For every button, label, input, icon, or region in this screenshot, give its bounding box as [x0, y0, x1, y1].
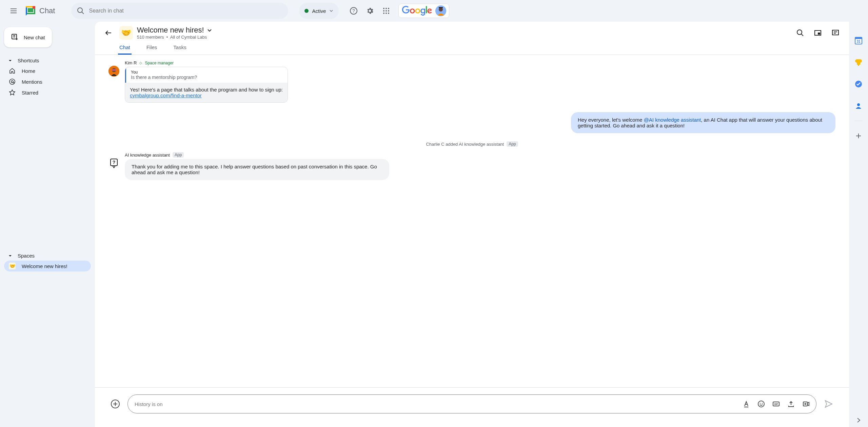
- spaces-header[interactable]: Spaces: [4, 251, 91, 261]
- svg-point-4: [383, 8, 384, 9]
- author-role: Space manager: [145, 61, 174, 65]
- hamburger-icon: [9, 7, 18, 15]
- emoji-button[interactable]: [755, 398, 767, 410]
- reply-text: Yes! Here's a page that talks about the …: [125, 83, 288, 102]
- star-icon: [9, 89, 16, 96]
- contacts-app-button[interactable]: [852, 99, 865, 113]
- svg-point-40: [857, 103, 860, 106]
- apps-button[interactable]: [379, 4, 393, 18]
- sidebar-item-home[interactable]: Home: [4, 65, 91, 76]
- send-button[interactable]: [822, 397, 835, 411]
- compose-box[interactable]: GIF: [127, 394, 816, 413]
- mention[interactable]: @AI knowledge assistant: [644, 117, 701, 123]
- search-input[interactable]: [89, 8, 283, 14]
- chat-logo-icon: [24, 5, 37, 17]
- search-icon: [796, 29, 804, 37]
- tab-tasks[interactable]: Tasks: [172, 41, 188, 55]
- compose-input[interactable]: [135, 401, 737, 407]
- svg-point-7: [383, 10, 384, 12]
- send-icon: [824, 400, 833, 408]
- svg-rect-21: [818, 33, 820, 35]
- text-format-icon: [743, 400, 750, 408]
- chevron-down-icon: [207, 27, 212, 33]
- toggle-panel-button[interactable]: [811, 26, 825, 40]
- new-chat-button[interactable]: New chat: [4, 27, 52, 47]
- status-text: Active: [312, 8, 326, 14]
- picture-in-picture-icon: [814, 29, 822, 37]
- svg-point-5: [386, 8, 387, 9]
- search-bar[interactable]: [71, 3, 288, 19]
- svg-point-17: [9, 79, 15, 84]
- space-subtitle: 510 members • All of Cymbal Labs: [137, 35, 212, 40]
- status-chip[interactable]: Active: [299, 3, 339, 19]
- format-button[interactable]: [740, 398, 752, 410]
- caret-down-icon: [8, 254, 12, 258]
- new-chat-label: New chat: [24, 35, 45, 40]
- space-title-button[interactable]: Welcome new hires!: [137, 26, 212, 35]
- add-attachment-button[interactable]: [108, 397, 122, 411]
- tab-files[interactable]: Files: [145, 41, 159, 55]
- space-emoji-large: 🤝: [119, 26, 133, 40]
- caret-down-icon: [8, 59, 12, 63]
- collapse-rail-button[interactable]: [852, 413, 865, 427]
- gif-button[interactable]: GIF: [770, 398, 782, 410]
- get-addons-button[interactable]: [852, 129, 865, 143]
- svg-text:31: 31: [856, 40, 861, 43]
- help-button[interactable]: ?: [347, 4, 360, 18]
- svg-point-18: [11, 81, 13, 83]
- gif-icon: GIF: [772, 400, 780, 408]
- app-badge: App: [507, 141, 518, 147]
- bot-message-text: Thank you for adding me to this space. I…: [125, 159, 389, 180]
- svg-text:GIF: GIF: [774, 403, 778, 405]
- sidebar-item-starred[interactable]: Starred: [4, 87, 91, 98]
- chat-icon: [831, 29, 840, 37]
- space-search-button[interactable]: [793, 26, 807, 40]
- right-rail: 31: [849, 27, 868, 427]
- chevron-right-icon: [855, 416, 862, 424]
- svg-point-30: [760, 403, 761, 404]
- sidebar-space-item[interactable]: 🤝 Welcome new hires!: [4, 261, 91, 271]
- video-meeting-button[interactable]: [800, 398, 812, 410]
- calendar-app-button[interactable]: 31: [852, 34, 865, 47]
- sidebar-item-mentions[interactable]: Mentions: [4, 76, 91, 87]
- svg-point-9: [388, 10, 389, 12]
- open-threads-button[interactable]: [829, 26, 842, 40]
- settings-button[interactable]: [363, 4, 377, 18]
- reply-link[interactable]: cymbalgroup.com/find-a-mentor: [130, 93, 202, 98]
- main-menu-button[interactable]: [5, 3, 22, 19]
- bot-avatar: ?: [108, 158, 119, 168]
- avatar-icon: [435, 5, 446, 16]
- emoji-icon: [757, 400, 765, 408]
- user-avatar[interactable]: [435, 5, 446, 16]
- svg-text:?: ?: [352, 8, 355, 14]
- outgoing-message: Hey everyone, let's welcome @AI knowledg…: [571, 112, 835, 133]
- help-icon: ?: [350, 7, 358, 15]
- status-dot-icon: [304, 9, 309, 13]
- keep-app-button[interactable]: [852, 56, 865, 69]
- svg-text:?: ?: [113, 160, 116, 165]
- avatar: [108, 66, 119, 77]
- svg-point-31: [762, 403, 763, 404]
- space-header: 🤝 Welcome new hires! 510 members • All o…: [95, 22, 849, 40]
- app-logo[interactable]: Chat: [24, 5, 55, 17]
- svg-point-6: [388, 8, 389, 9]
- svg-point-19: [797, 30, 802, 35]
- sidebar-item-label: Home: [22, 68, 35, 74]
- space-emoji-icon: 🤝: [9, 263, 16, 269]
- person-icon: [855, 102, 862, 109]
- space-tabs: Chat Files Tasks: [95, 40, 849, 55]
- sidebar-space-name: Welcome new hires!: [22, 263, 67, 269]
- tab-chat[interactable]: Chat: [118, 41, 132, 55]
- back-button[interactable]: [102, 26, 115, 40]
- upload-button[interactable]: [785, 398, 797, 410]
- app-name: Chat: [39, 6, 55, 15]
- keep-icon: [855, 59, 862, 66]
- shortcuts-header[interactable]: Shortcuts: [4, 56, 91, 65]
- quoted-reply-card: You Is there a mentorship program? Yes! …: [125, 67, 288, 103]
- tasks-app-button[interactable]: [852, 77, 865, 91]
- bot-icon: ?: [108, 158, 119, 168]
- svg-point-8: [386, 10, 387, 12]
- avatar-icon: [108, 66, 119, 77]
- verified-icon: ◇: [139, 61, 142, 65]
- account-switcher[interactable]: [398, 4, 449, 18]
